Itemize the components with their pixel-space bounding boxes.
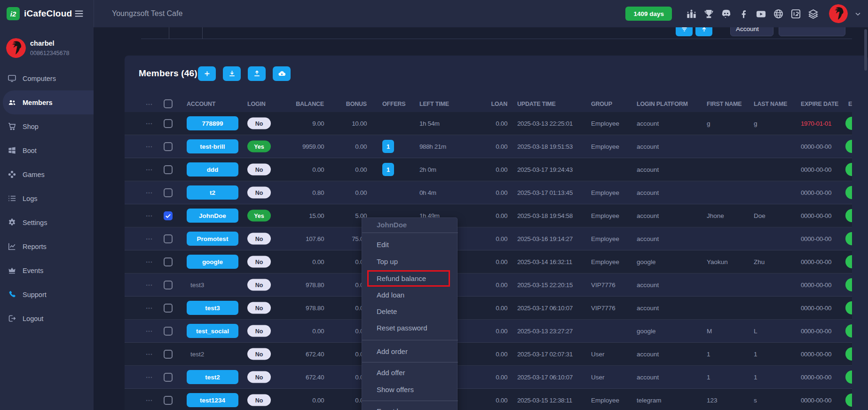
sidebar-item-computers[interactable]: Computers [0, 66, 94, 90]
import-members-button[interactable] [223, 66, 241, 81]
column-header-group[interactable]: GROUP [591, 101, 636, 107]
drag-handle[interactable]: ▪▪▪ [146, 214, 162, 218]
drag-handle[interactable]: ▪▪▪ [146, 237, 162, 241]
avatar[interactable] [6, 38, 26, 58]
table-row[interactable]: ▪▪▪t2No0.800.000h 4m0.002025-03-17 01:13… [125, 181, 852, 204]
menu-item-reset-password[interactable]: Reset password [362, 321, 458, 336]
drag-handle[interactable]: ▪▪▪ [146, 329, 162, 333]
offers-count-badge[interactable]: 1 [382, 163, 394, 176]
enable-toggle[interactable] [845, 278, 852, 291]
table-row[interactable]: ▪▪▪test2No672.400.000.002025-03-17 02:07… [125, 343, 852, 366]
vertical-scrollbar[interactable] [864, 29, 867, 71]
globe-icon[interactable] [773, 8, 784, 19]
user-avatar[interactable] [829, 4, 848, 23]
menu-item-add-offer[interactable]: Add offer [362, 365, 458, 380]
sidebar-item-events[interactable]: Events [0, 258, 94, 282]
column-header-loan[interactable]: LOAN [467, 101, 507, 107]
enable-toggle[interactable] [845, 370, 852, 384]
row-checkbox[interactable] [164, 234, 173, 243]
table-row[interactable]: ▪▪▪test_socialNo0.000.000.002025-03-13 2… [125, 320, 852, 343]
table-row[interactable]: ▪▪▪test3No978.800.000.002025-03-15 22:20… [125, 273, 852, 297]
table-row[interactable]: ▪▪▪test1234No0.000.000.002025-03-15 12:3… [125, 389, 852, 410]
row-checkbox[interactable] [164, 327, 173, 336]
enable-toggle[interactable] [845, 394, 852, 407]
table-row[interactable]: ▪▪▪googleNo0.000.000.002025-03-14 16:32:… [125, 250, 852, 273]
table-row[interactable]: ▪▪▪JohnDoeYes15.005.001h 49m0.002025-03-… [125, 204, 852, 227]
account-badge[interactable]: google [187, 255, 238, 269]
column-header-bonus[interactable]: BONUS [322, 101, 367, 107]
account-text[interactable]: test3 [187, 281, 238, 289]
row-checkbox[interactable] [164, 165, 173, 174]
account-badge[interactable]: t2 [187, 185, 238, 200]
enable-toggle[interactable] [845, 163, 852, 176]
menu-item-refund-balance[interactable]: Refund balance [362, 271, 458, 286]
table-row[interactable]: ▪▪▪test-brillYes9959.000.001988h 21m0.00… [125, 135, 852, 158]
row-checkbox[interactable] [164, 188, 173, 197]
row-checkbox[interactable] [164, 257, 173, 266]
drag-handle[interactable]: ▪▪▪ [146, 121, 162, 126]
sidebar-item-settings[interactable]: Settings [0, 210, 94, 234]
account-badge[interactable]: test_social [187, 324, 238, 338]
drag-handle[interactable]: ▪▪▪ [146, 191, 162, 195]
column-header-account[interactable]: ACCOUNT [187, 101, 238, 107]
column-header-last_name[interactable]: LAST NAME [754, 101, 798, 107]
sidebar-item-support[interactable]: Support [0, 282, 94, 306]
account-badge[interactable]: test2 [187, 370, 238, 384]
sidebar-item-reports[interactable]: Reports [0, 234, 94, 258]
license-days-badge[interactable]: 1409 days [625, 7, 672, 21]
menu-item-add-order[interactable]: Add order [362, 344, 458, 359]
drag-handle[interactable]: ▪▪▪ [146, 375, 162, 379]
row-checkbox[interactable] [164, 304, 173, 313]
menu-item-delete[interactable]: Delete [362, 304, 458, 319]
cloud-sync-button[interactable] [273, 66, 291, 81]
table-row[interactable]: ▪▪▪test3No978.800.000.002025-03-17 06:10… [125, 297, 852, 320]
column-header-offers[interactable]: OFFERS [382, 101, 420, 107]
enable-toggle[interactable] [845, 140, 852, 153]
enable-toggle[interactable] [845, 324, 852, 338]
icafe-icon[interactable] [790, 8, 801, 19]
enable-toggle[interactable] [845, 117, 852, 130]
sidebar-item-logout[interactable]: Logout [0, 306, 94, 330]
sidebar-item-shop[interactable]: Shop [0, 114, 94, 138]
sidebar-item-members[interactable]: Members [3, 90, 94, 114]
drag-handle[interactable]: ▪▪▪ [146, 102, 162, 106]
column-header-first_name[interactable]: FIRST NAME [707, 101, 751, 107]
add-member-button[interactable] [198, 66, 216, 81]
offers-count-badge[interactable]: 1 [382, 140, 394, 153]
enable-toggle[interactable] [845, 186, 852, 199]
column-header-login[interactable]: LOGIN [247, 101, 273, 107]
row-checkbox[interactable] [164, 211, 173, 220]
table-row[interactable]: ▪▪▪PromotestNo107.6075.000.002025-03-16 … [125, 227, 852, 250]
drag-handle[interactable]: ▪▪▪ [146, 145, 162, 149]
table-row[interactable]: ▪▪▪778899No9.0010.001h 54m0.002025-03-13… [125, 112, 852, 135]
enable-toggle[interactable] [845, 232, 852, 245]
row-checkbox[interactable] [164, 373, 173, 382]
sidebar-item-games[interactable]: Games [0, 162, 94, 186]
column-header-enable[interactable]: E [848, 101, 852, 107]
drag-handle[interactable]: ▪▪▪ [146, 306, 162, 310]
column-header-balance[interactable]: BALANCE [272, 101, 324, 107]
hamburger-menu-icon[interactable] [74, 8, 84, 19]
drag-handle[interactable]: ▪▪▪ [146, 260, 162, 264]
account-badge[interactable]: test3 [187, 301, 238, 315]
account-badge[interactable]: test-brill [187, 139, 238, 153]
row-checkbox[interactable] [164, 142, 173, 151]
table-row[interactable]: ▪▪▪test2No672.400.000.002025-03-17 06:10… [125, 366, 852, 389]
drag-handle[interactable]: ▪▪▪ [146, 283, 162, 287]
menu-item-edit[interactable]: Edit [362, 237, 458, 252]
select-all-checkbox[interactable] [164, 99, 173, 108]
account-badge[interactable]: Promotest [187, 232, 238, 246]
column-header-update_time[interactable]: UPDATE TIME [517, 101, 600, 107]
menu-item-show-offers[interactable]: Show offers [362, 382, 458, 397]
menu-item-event-logs[interactable]: Event logs [362, 404, 458, 410]
row-checkbox[interactable] [164, 281, 173, 289]
account-badge[interactable]: 778899 [187, 116, 238, 130]
sidebar-item-logs[interactable]: Logs [0, 186, 94, 210]
ranking-icon[interactable] [686, 8, 697, 19]
layers-icon[interactable] [808, 8, 819, 19]
column-header-expire[interactable]: EXPIRE DATE [801, 101, 848, 107]
enable-toggle[interactable] [845, 209, 852, 222]
row-checkbox[interactable] [164, 119, 173, 128]
enable-toggle[interactable] [845, 301, 852, 314]
drag-handle[interactable]: ▪▪▪ [146, 352, 162, 356]
